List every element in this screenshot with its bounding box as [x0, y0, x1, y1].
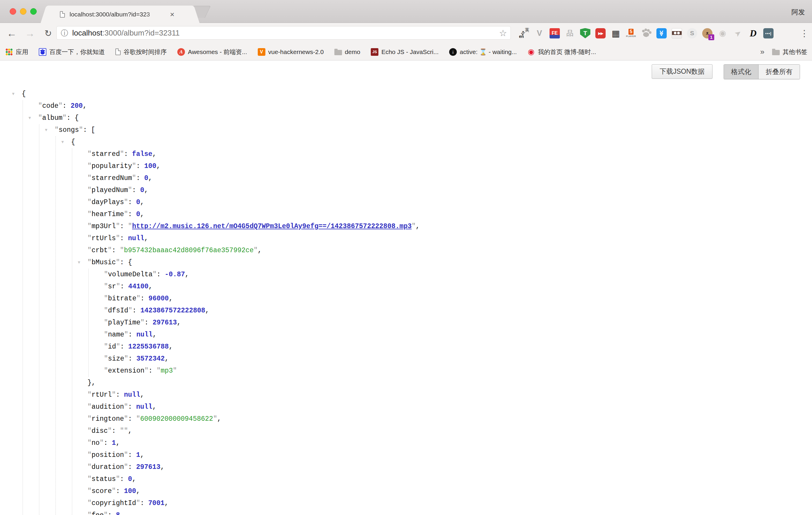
- collapse-toggle-icon[interactable]: ▼: [28, 112, 31, 124]
- bookmark-item[interactable]: ↓active: ⌛ - waiting...: [449, 48, 517, 56]
- json-value-number: -0.87: [165, 271, 185, 278]
- page-controls: 下载JSON数据 格式化 折叠所有: [652, 64, 800, 79]
- bookmark-item[interactable]: demo: [335, 49, 360, 56]
- bookmark-item[interactable]: 谷歌按时间排序: [115, 48, 167, 56]
- active-icon: ↓: [449, 48, 457, 56]
- tamper-shield-extension-icon[interactable]: T: [580, 28, 590, 38]
- bookmarks-overflow-chevron[interactable]: »: [760, 47, 764, 56]
- bird-extension-icon[interactable]: ➤: [733, 28, 743, 38]
- tab-close-icon[interactable]: ×: [170, 10, 174, 18]
- json-value-link[interactable]: http://m2.music.126.net/mO4G5dQ7WPm3Le0l…: [132, 223, 412, 230]
- collapse-toggle-icon[interactable]: ▼: [45, 124, 47, 136]
- other-bookmarks-button[interactable]: 其他书签: [772, 48, 807, 56]
- reload-button[interactable]: ↻: [42, 23, 55, 44]
- json-value-number: 1: [112, 439, 116, 447]
- fe-extension-icon[interactable]: FE: [550, 28, 560, 38]
- browser-toolbar: ← → ↻ ⓘ localhost:3000/album?id=32311 ☆ …: [0, 23, 812, 44]
- collapse-toggle-icon[interactable]: ▼: [78, 257, 80, 269]
- paw-extension-icon[interactable]: [641, 28, 651, 38]
- json-line: ▼"songs": [: [0, 124, 812, 136]
- folder-icon: [335, 50, 342, 55]
- sitemap-extension-icon[interactable]: 品: [565, 28, 575, 38]
- json-line: "playedNum": 0,: [0, 184, 812, 196]
- json-line: ▼{: [0, 88, 812, 100]
- forward-extension-icon[interactable]: ▶▶: [596, 28, 606, 38]
- s-extension-icon[interactable]: S: [687, 28, 697, 38]
- json-line: ▼"bMusic": {: [0, 257, 812, 269]
- json-line: "code": 200,: [0, 100, 812, 112]
- json-line: "ringtone": "600902000009458622",: [0, 413, 812, 425]
- address-bar[interactable]: ⓘ localhost:3000/album?id=32311 ☆: [56, 26, 511, 40]
- forward-button[interactable]: →: [24, 23, 36, 44]
- json-line: "rtUrls": null,: [0, 233, 812, 245]
- lastpass-extension-icon[interactable]: •••|: [763, 28, 774, 38]
- zoom-window-button[interactable]: [30, 8, 37, 15]
- json-key: ringtone: [92, 415, 124, 423]
- translate-extension-icon[interactable]: 英en: [519, 28, 529, 38]
- browser-tab[interactable]: localhost:3000/album?id=323 ×: [48, 6, 192, 23]
- json-value-string: b957432baaac42d8096f76ae357992ce: [124, 247, 254, 254]
- json-key: songs: [59, 126, 79, 134]
- json-key: extension: [108, 367, 144, 375]
- json-value-number: 1: [136, 451, 140, 459]
- json-viewer-page: 下载JSON数据 格式化 折叠所有 ▼{"code": 200,▼"album"…: [0, 60, 812, 515]
- json-key: crbt: [92, 247, 108, 254]
- view-mode-group: 格式化 折叠所有: [724, 64, 800, 79]
- weibo-eye-extension-icon[interactable]: ◉: [718, 28, 728, 38]
- folder-icon: [772, 50, 780, 55]
- bookmark-label: demo: [345, 49, 360, 56]
- bookmark-item[interactable]: ◉我的首页 微博-随时...: [527, 48, 596, 56]
- site-info-icon[interactable]: ⓘ: [61, 28, 68, 38]
- json-line: "sr": 44100,: [0, 281, 812, 293]
- bookmark-item[interactable]: Vvue-hackernews-2.0: [258, 48, 324, 56]
- json-value-number: 0: [136, 199, 140, 206]
- collapse-toggle-icon[interactable]: ▼: [61, 136, 64, 148]
- darkreader-extension-icon[interactable]: D: [748, 28, 758, 38]
- bookmark-item[interactable]: 应用: [5, 48, 28, 56]
- json-value-number: 7001: [148, 499, 165, 507]
- json-key: starredNum: [92, 174, 132, 182]
- vue-extension-icon[interactable]: V: [534, 28, 545, 38]
- json-line: "hearTime": 0,: [0, 208, 812, 221]
- json-value-number: 0: [136, 210, 140, 218]
- collapse-toggle-icon[interactable]: ▼: [12, 88, 14, 100]
- vimium-extension-icon[interactable]: ≫: [657, 28, 667, 38]
- browser-menu-icon[interactable]: ⋮: [799, 23, 810, 44]
- json-value-number: null: [124, 391, 140, 399]
- tab-title: localhost:3000/album?id=323: [69, 11, 167, 18]
- back-button[interactable]: ←: [5, 23, 18, 44]
- json-line: ▼{: [0, 136, 812, 148]
- page-favicon-icon: [60, 11, 65, 18]
- json-line: "copyrightId": 7001,: [0, 497, 812, 509]
- json-line: "duration": 297613,: [0, 461, 812, 473]
- profile-name[interactable]: 阿发: [791, 8, 805, 17]
- json-value-number: 44100: [128, 283, 149, 290]
- monkey-extension-icon[interactable]: ᴥ1: [702, 28, 713, 38]
- format-button[interactable]: 格式化: [724, 65, 759, 79]
- json-key: album: [42, 114, 62, 122]
- html5-extension-icon[interactable]: 5PLAYER: [626, 28, 636, 38]
- close-window-button[interactable]: [10, 8, 16, 15]
- bookmark-item[interactable]: 百度一下，你就知道: [39, 48, 105, 56]
- bookmark-item[interactable]: JSEcho JS - JavaScri...: [371, 48, 439, 56]
- json-line: ▼"album": {: [0, 112, 812, 124]
- json-line: "position": 1,: [0, 449, 812, 461]
- json-value-number: 3572342: [136, 355, 165, 363]
- json-key: copyrightId: [92, 499, 136, 507]
- json-value-number: 1423867572222808: [140, 307, 205, 314]
- json-line: "size": 3572342,: [0, 353, 812, 365]
- bookmark-label: 我的首页 微博-随时...: [538, 48, 596, 56]
- json-key: duration: [92, 463, 124, 471]
- json-line: "fee": 8,: [0, 509, 812, 515]
- bookmark-item[interactable]: AAwesomes - 前端资...: [177, 48, 247, 56]
- download-json-button[interactable]: 下载JSON数据: [652, 64, 713, 79]
- collapse-all-button[interactable]: 折叠所有: [759, 65, 800, 79]
- minimize-window-button[interactable]: [20, 8, 26, 15]
- json-key: mp3Url: [92, 223, 116, 230]
- json-value-string: 600902000009458622: [140, 415, 213, 423]
- qrcode-extension-icon[interactable]: ▦: [611, 28, 621, 38]
- json-key: playTime: [108, 319, 140, 326]
- mask-extension-icon[interactable]: [672, 28, 682, 38]
- json-key: name: [108, 331, 124, 339]
- bookmark-star-icon[interactable]: ☆: [499, 28, 507, 38]
